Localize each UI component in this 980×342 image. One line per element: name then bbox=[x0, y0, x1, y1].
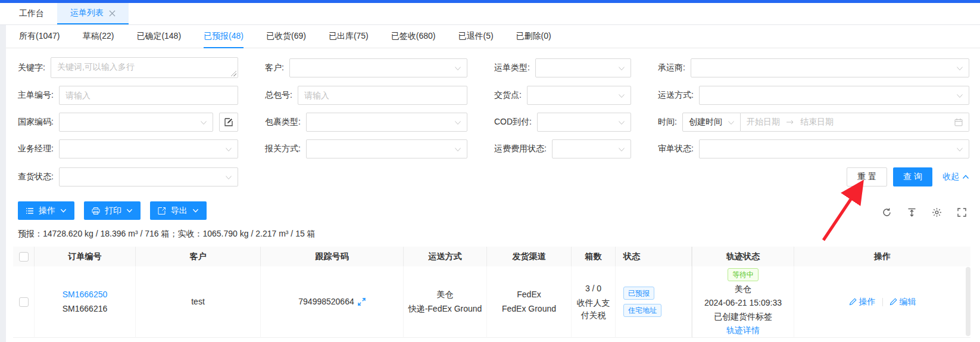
row-checkbox-cell bbox=[13, 266, 35, 338]
order-no-link[interactable]: SM1666250 bbox=[63, 288, 108, 301]
toolbar-buttons: 操作 打印 导出 bbox=[18, 201, 214, 220]
status-tab-received[interactable]: 已收货(69) bbox=[266, 25, 306, 48]
chevron-down-icon bbox=[225, 174, 232, 181]
channel-line2: FedEx Ground bbox=[502, 303, 556, 315]
customs-method-label: 报关方式: bbox=[265, 144, 306, 154]
doc-tab-waybill-list[interactable]: 运单列表 bbox=[57, 3, 129, 24]
header-operations[interactable]: 操作 bbox=[794, 247, 970, 266]
track-detail-link[interactable]: 轨迹详情 bbox=[726, 324, 760, 336]
print-dropdown-button[interactable]: 打印 bbox=[84, 201, 141, 220]
vertical-scrollbar[interactable] bbox=[966, 267, 970, 336]
field-customer: 客户: bbox=[265, 57, 467, 78]
header-status[interactable]: 状态 bbox=[616, 247, 692, 266]
row-action-link[interactable]: 操作 bbox=[849, 296, 876, 308]
transport-method-select[interactable] bbox=[699, 86, 969, 105]
export-icon bbox=[158, 207, 166, 215]
expand-icon[interactable] bbox=[358, 298, 366, 306]
track-desc: 已创建货件标签 bbox=[714, 310, 772, 322]
field-audit-status: 审单状态: bbox=[658, 139, 969, 158]
transport-line2: 快递-FedEx Ground bbox=[408, 303, 482, 315]
audit-status-select[interactable] bbox=[699, 139, 969, 158]
country-code-label: 国家编码: bbox=[18, 117, 59, 128]
bag-no-input[interactable] bbox=[298, 86, 467, 105]
cod-label: COD到付: bbox=[494, 117, 537, 128]
status-tab-returned[interactable]: 已退件(5) bbox=[458, 25, 493, 48]
business-manager-select[interactable] bbox=[59, 139, 238, 158]
waybill-type-select[interactable] bbox=[535, 58, 631, 77]
collapse-link[interactable]: 收起 bbox=[942, 172, 969, 182]
search-button[interactable]: 查 询 bbox=[893, 167, 932, 186]
filter-actions-row: 查货状态: 重 置 查 询 收起 bbox=[6, 158, 980, 195]
header-channel[interactable]: 发货渠道 bbox=[487, 247, 572, 266]
master-no-label: 主单编号: bbox=[18, 90, 59, 101]
select-all-checkbox[interactable] bbox=[19, 252, 29, 262]
customer-select[interactable] bbox=[289, 58, 467, 77]
refresh-icon[interactable] bbox=[882, 207, 892, 217]
status-tab-all[interactable]: 所有(1047) bbox=[19, 25, 60, 48]
reset-button[interactable]: 重 置 bbox=[847, 167, 887, 186]
cod-select[interactable] bbox=[537, 113, 631, 132]
header-tracking-no[interactable]: 跟踪号码 bbox=[261, 247, 404, 266]
header-track-status[interactable]: 轨迹状态 bbox=[692, 247, 794, 266]
status-tab-draft[interactable]: 草稿(22) bbox=[82, 25, 114, 48]
chevron-down-icon bbox=[454, 146, 461, 153]
country-code-select[interactable] bbox=[59, 113, 213, 132]
summary-totals: 预报：14728.620 kg / 18.396 m³ / 716 箱；实收：1… bbox=[6, 220, 980, 246]
header-transport-method[interactable]: 运送方式 bbox=[404, 247, 487, 266]
time-label: 时间: bbox=[658, 117, 682, 128]
fullscreen-icon[interactable] bbox=[957, 207, 967, 217]
package-type-label: 包裹类型: bbox=[265, 117, 306, 128]
status-tag-residential: 住宅地址 bbox=[623, 304, 661, 317]
calendar-icon bbox=[954, 118, 963, 126]
header-customer[interactable]: 客户 bbox=[136, 247, 261, 266]
close-icon[interactable] bbox=[109, 10, 116, 17]
doc-tab-workbench[interactable]: 工作台 bbox=[6, 3, 57, 24]
chevron-down-icon bbox=[728, 119, 735, 126]
status-tab-deleted[interactable]: 已删除(0) bbox=[516, 25, 551, 48]
chevron-down-icon bbox=[60, 207, 67, 214]
end-date-placeholder: 结束日期 bbox=[800, 117, 834, 128]
collapse-label: 收起 bbox=[942, 172, 959, 182]
status-tab-outbound[interactable]: 已出库(75) bbox=[329, 25, 369, 48]
doc-tab-label: 运单列表 bbox=[70, 8, 104, 18]
export-dropdown-button[interactable]: 导出 bbox=[150, 201, 207, 220]
resize-handle-icon[interactable] bbox=[231, 71, 236, 76]
status-tab-forecasted[interactable]: 已预报(48) bbox=[204, 25, 244, 48]
country-code-edit-button[interactable] bbox=[219, 113, 238, 132]
carrier-select[interactable] bbox=[691, 58, 969, 77]
chevron-down-icon bbox=[454, 119, 461, 126]
track-status-cell: 等待中 美仓 2024-06-21 15:09:33 已创建货件标签 轨迹详情 bbox=[692, 266, 794, 338]
row-checkbox[interactable] bbox=[19, 297, 29, 307]
gear-icon[interactable] bbox=[932, 207, 942, 217]
header-order-no[interactable]: 订单编号 bbox=[35, 247, 136, 266]
actions-dropdown-button[interactable]: 操作 bbox=[18, 201, 74, 220]
tracking-number: 794998520664 bbox=[298, 296, 354, 308]
inspection-status-select[interactable] bbox=[59, 167, 238, 186]
row-edit-link[interactable]: 编辑 bbox=[890, 296, 916, 308]
table-header-row: 订单编号 客户 跟踪号码 运送方式 发货渠道 箱数 状态 轨迹状态 操作 bbox=[13, 247, 970, 266]
field-master-no: 主单编号: bbox=[18, 86, 238, 105]
table-toolbar: 操作 打印 导出 bbox=[6, 195, 980, 220]
header-boxes[interactable]: 箱数 bbox=[572, 247, 616, 266]
master-no-input[interactable] bbox=[59, 86, 238, 105]
freight-fee-status-select[interactable] bbox=[552, 139, 631, 158]
table-tools bbox=[882, 207, 967, 220]
boxes-cell: 3 / 0 收件人支付关税 bbox=[572, 266, 616, 338]
status-tab-signed[interactable]: 已签收(680) bbox=[391, 25, 436, 48]
time-type-select[interactable]: 创建时间 bbox=[682, 113, 741, 132]
chevron-down-icon bbox=[192, 207, 199, 214]
status-tab-confirmed[interactable]: 已确定(148) bbox=[136, 25, 181, 48]
package-type-select[interactable] bbox=[306, 113, 467, 132]
customs-method-select[interactable] bbox=[306, 139, 467, 158]
keyword-input[interactable] bbox=[51, 57, 238, 78]
delivery-point-select[interactable] bbox=[527, 86, 631, 105]
edit-square-icon bbox=[224, 117, 233, 127]
filter-form: 关键字: 客户: 运单类型: 承运商: 主单编号: 总包号: bbox=[6, 48, 980, 158]
date-range-picker[interactable]: 开始日期 结束日期 bbox=[741, 113, 969, 132]
channel-cell: FedEx FedEx Ground bbox=[487, 266, 572, 338]
operations-cell: 操作 编辑 bbox=[794, 266, 970, 338]
field-waybill-type: 运单类型: bbox=[494, 57, 631, 78]
track-location: 美仓 bbox=[735, 283, 751, 295]
row-height-icon[interactable] bbox=[907, 207, 917, 217]
inspection-status-label: 查货状态: bbox=[18, 172, 59, 182]
